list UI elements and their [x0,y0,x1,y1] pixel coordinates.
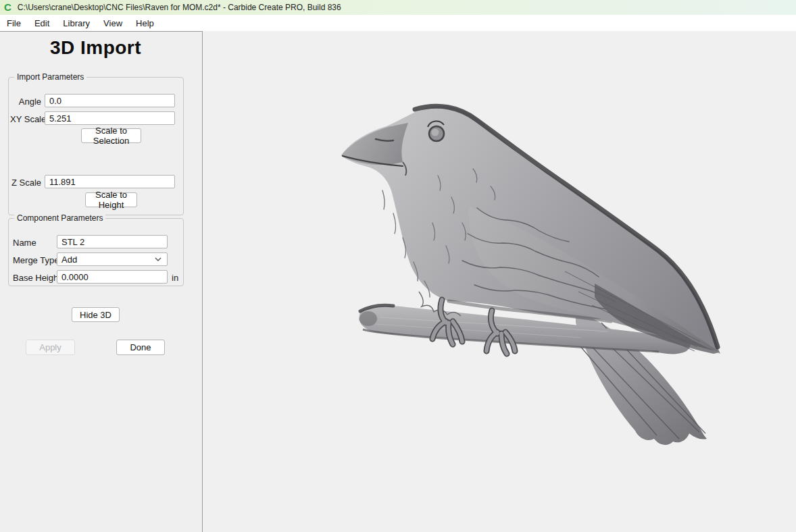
carbide-create-logo-icon: C [4,0,11,15]
z-scale-label: Z Scale [10,178,41,188]
component-parameters-group: Component Parameters Name Merge Type Add… [8,218,184,286]
scale-to-selection-button[interactable]: Scale to Selection [81,128,141,143]
hide-3d-button[interactable]: Hide 3D [72,307,120,322]
3d-import-panel: 3D Import Import Parameters Angle XY Sca… [0,31,203,532]
xy-scale-input[interactable] [45,111,175,125]
merge-type-label: Merge Type [13,255,59,265]
import-parameters-group: Import Parameters Angle XY Scale Scale t… [8,77,184,215]
base-height-input[interactable] [57,270,168,284]
merge-type-select[interactable]: Add [57,252,168,266]
name-input[interactable] [57,235,168,248]
xy-scale-label: XY Scale [10,114,41,124]
merge-type-value: Add [61,255,77,265]
done-button[interactable]: Done [116,340,165,355]
apply-button[interactable]: Apply [26,340,75,355]
menubar: File Edit Library View Help [0,15,796,31]
scale-to-height-button[interactable]: Scale to Height [85,192,137,207]
window-title: C:\Users\crane\Desktop\CNC Files\Raven f… [18,3,341,12]
base-height-label: Base Height [13,273,61,283]
menu-file[interactable]: File [0,16,28,30]
name-label: Name [13,238,36,248]
menu-library[interactable]: Library [56,16,97,30]
chevron-down-icon [155,257,161,261]
z-scale-input[interactable] [45,175,175,188]
raven-3d-model [203,31,796,532]
page-title: 3D Import [0,37,191,59]
menu-help[interactable]: Help [129,16,161,30]
angle-label: Angle [10,97,41,107]
component-parameters-label: Component Parameters [14,213,105,223]
menu-edit[interactable]: Edit [28,16,56,30]
import-parameters-label: Import Parameters [14,72,86,82]
titlebar: C C:\Users\crane\Desktop\CNC Files\Raven… [0,0,796,15]
3d-viewport[interactable] [203,31,796,532]
menu-view[interactable]: View [97,16,129,30]
angle-input[interactable] [45,94,175,107]
base-height-unit: in [172,273,178,283]
